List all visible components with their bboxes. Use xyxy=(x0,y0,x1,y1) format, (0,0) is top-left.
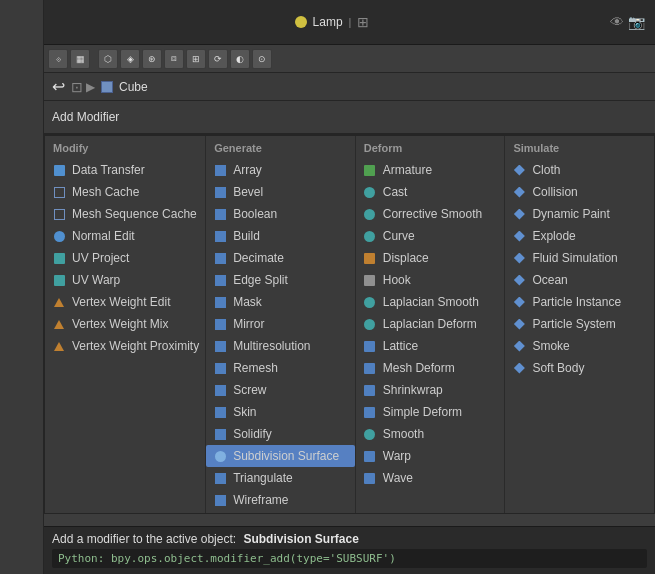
fluid-sim-icon xyxy=(511,250,527,266)
modify-header: Modify xyxy=(45,138,205,159)
gen-item-remesh[interactable]: Remesh xyxy=(206,357,355,379)
data-transfer-icon xyxy=(51,162,67,178)
def-item-simple-deform[interactable]: Simple Deform xyxy=(356,401,505,423)
simple-deform-icon xyxy=(362,404,378,420)
toolbar-btn-4[interactable]: ◈ xyxy=(120,49,140,69)
sim-item-ocean[interactable]: Ocean xyxy=(505,269,654,291)
generate-column: Generate Array Bevel Boolean Build Decim… xyxy=(206,136,356,513)
gen-item-screw[interactable]: Screw xyxy=(206,379,355,401)
top-bar: Lamp | ⊞ 👁 📷 xyxy=(44,0,655,45)
gen-item-decimate[interactable]: Decimate xyxy=(206,247,355,269)
deform-header: Deform xyxy=(356,138,505,159)
modify-item-vw-prox[interactable]: Vertex Weight Proximity xyxy=(45,335,205,357)
mirror-icon xyxy=(212,316,228,332)
modify-item-vw-edit[interactable]: Vertex Weight Edit xyxy=(45,291,205,313)
generate-header: Generate xyxy=(206,138,355,159)
toolbar-btn-10[interactable]: ⊙ xyxy=(252,49,272,69)
def-item-curve[interactable]: Curve xyxy=(356,225,505,247)
modify-item-mesh-cache[interactable]: Mesh Cache xyxy=(45,181,205,203)
screw-icon xyxy=(212,382,228,398)
def-item-cast[interactable]: Cast xyxy=(356,181,505,203)
lamp-label: Lamp xyxy=(313,15,343,29)
modify-item-vw-mix[interactable]: Vertex Weight Mix xyxy=(45,313,205,335)
sim-item-smoke[interactable]: Smoke xyxy=(505,335,654,357)
modify-item-uv-warp[interactable]: UV Warp xyxy=(45,269,205,291)
boolean-icon xyxy=(212,206,228,222)
sim-item-fluid[interactable]: Fluid Simulation xyxy=(505,247,654,269)
def-item-displace[interactable]: Displace xyxy=(356,247,505,269)
curve-icon xyxy=(362,228,378,244)
gen-item-subdivision-surface[interactable]: Subdivision Surface xyxy=(206,445,355,467)
modify-item-normal-edit[interactable]: Normal Edit xyxy=(45,225,205,247)
sim-item-soft-body[interactable]: Soft Body xyxy=(505,357,654,379)
sim-item-particle-system[interactable]: Particle System xyxy=(505,313,654,335)
toolbar-btn-2[interactable]: ▦ xyxy=(70,49,90,69)
gen-item-multiresolution[interactable]: Multiresolution xyxy=(206,335,355,357)
gen-item-edge-split[interactable]: Edge Split xyxy=(206,269,355,291)
gen-item-bevel[interactable]: Bevel xyxy=(206,181,355,203)
sim-item-collision[interactable]: Collision xyxy=(505,181,654,203)
modify-item-mesh-seq-cache[interactable]: Mesh Sequence Cache xyxy=(45,203,205,225)
camera-icon[interactable]: 📷 xyxy=(628,14,645,30)
collision-icon xyxy=(511,184,527,200)
gen-item-triangulate[interactable]: Triangulate xyxy=(206,467,355,489)
gen-item-boolean[interactable]: Boolean xyxy=(206,203,355,225)
corrective-smooth-icon xyxy=(362,206,378,222)
vw-prox-icon xyxy=(51,338,67,354)
laplacian-smooth-icon xyxy=(362,294,378,310)
gen-item-skin[interactable]: Skin xyxy=(206,401,355,423)
warp-icon xyxy=(362,448,378,464)
gen-item-mask[interactable]: Mask xyxy=(206,291,355,313)
uv-warp-icon xyxy=(51,272,67,288)
mask-icon xyxy=(212,294,228,310)
def-item-wave[interactable]: Wave xyxy=(356,467,505,489)
eye-icon[interactable]: 👁 xyxy=(610,14,624,30)
tooltip-python-code: Python: bpy.ops.object.modifier_add(type… xyxy=(52,549,647,568)
def-item-corrective-smooth[interactable]: Corrective Smooth xyxy=(356,203,505,225)
smooth-icon xyxy=(362,426,378,442)
def-item-warp[interactable]: Warp xyxy=(356,445,505,467)
toolbar-btn-3[interactable]: ⬡ xyxy=(98,49,118,69)
columns-row: Modify Data Transfer Mesh Cache Mesh Seq… xyxy=(45,136,654,513)
sim-item-particle-instance[interactable]: Particle Instance xyxy=(505,291,654,313)
gen-item-mirror[interactable]: Mirror xyxy=(206,313,355,335)
dropdown-panel: Modify Data Transfer Mesh Cache Mesh Seq… xyxy=(44,135,655,514)
def-item-laplacian-smooth[interactable]: Laplacian Smooth xyxy=(356,291,505,313)
toolbar-btn-1[interactable]: ⟐ xyxy=(48,49,68,69)
lamp-grid-icon: ⊞ xyxy=(357,14,369,30)
gen-item-wireframe[interactable]: Wireframe xyxy=(206,489,355,511)
toolbar-btn-9[interactable]: ◐ xyxy=(230,49,250,69)
modify-column: Modify Data Transfer Mesh Cache Mesh Seq… xyxy=(45,136,206,513)
sim-item-explode[interactable]: Explode xyxy=(505,225,654,247)
def-item-laplacian-deform[interactable]: Laplacian Deform xyxy=(356,313,505,335)
gen-item-array[interactable]: Array xyxy=(206,159,355,181)
lattice-icon xyxy=(362,338,378,354)
modify-item-uv-project[interactable]: UV Project xyxy=(45,247,205,269)
soft-body-icon xyxy=(511,360,527,376)
lamp-separator: | xyxy=(349,16,352,28)
uv-project-icon xyxy=(51,250,67,266)
def-item-mesh-deform[interactable]: Mesh Deform xyxy=(356,357,505,379)
add-modifier-bar[interactable]: Add Modifier xyxy=(44,101,655,135)
def-item-armature[interactable]: Armature xyxy=(356,159,505,181)
def-item-hook[interactable]: Hook xyxy=(356,269,505,291)
toolbar-btn-6[interactable]: ⧈ xyxy=(164,49,184,69)
toolbar-btn-8[interactable]: ⟳ xyxy=(208,49,228,69)
gen-item-solidify[interactable]: Solidify xyxy=(206,423,355,445)
toolbar-btn-7[interactable]: ⊞ xyxy=(186,49,206,69)
def-item-smooth[interactable]: Smooth xyxy=(356,423,505,445)
def-item-lattice[interactable]: Lattice xyxy=(356,335,505,357)
sim-item-dynamic-paint[interactable]: Dynamic Paint xyxy=(505,203,654,225)
def-item-shrinkwrap[interactable]: Shrinkwrap xyxy=(356,379,505,401)
wave-icon xyxy=(362,470,378,486)
subdivision-icon xyxy=(212,448,228,464)
nav-icon-1[interactable]: ⊡ xyxy=(71,79,83,95)
toolbar-btn-5[interactable]: ⊛ xyxy=(142,49,162,69)
add-modifier-btn[interactable]: Add Modifier xyxy=(52,110,119,124)
simulate-column: Simulate Cloth Collision Dynamic Paint E… xyxy=(505,136,654,513)
gen-item-build[interactable]: Build xyxy=(206,225,355,247)
sim-item-cloth[interactable]: Cloth xyxy=(505,159,654,181)
cast-icon xyxy=(362,184,378,200)
deform-column: Deform Armature Cast Corrective Smooth C… xyxy=(356,136,506,513)
modify-item-data-transfer[interactable]: Data Transfer xyxy=(45,159,205,181)
